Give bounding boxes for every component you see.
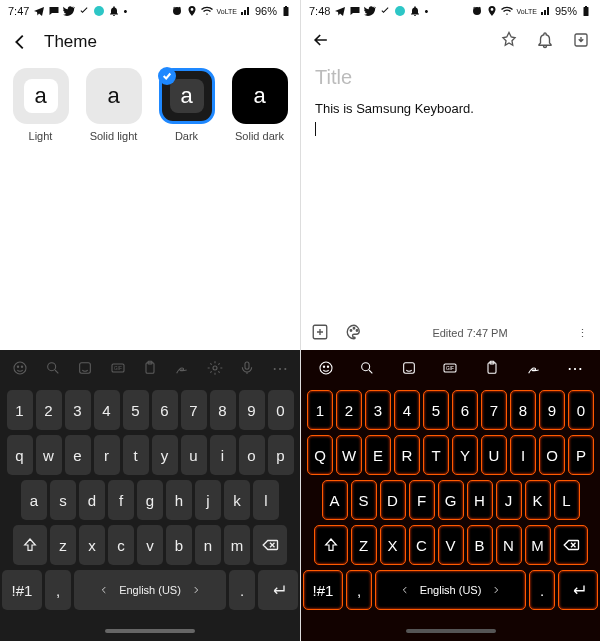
key-z[interactable]: z <box>50 525 76 565</box>
key-n[interactable]: n <box>195 525 221 565</box>
comma-key[interactable]: , <box>346 570 372 610</box>
key-9[interactable]: 9 <box>539 390 565 430</box>
key-5[interactable]: 5 <box>123 390 149 430</box>
key-r[interactable]: r <box>94 435 120 475</box>
key-a[interactable]: A <box>322 480 348 520</box>
gear-icon[interactable] <box>201 354 229 382</box>
key-h[interactable]: h <box>166 480 192 520</box>
key-v[interactable]: v <box>137 525 163 565</box>
emoji-icon[interactable] <box>312 354 340 382</box>
key-l[interactable]: L <box>554 480 580 520</box>
key-1[interactable]: 1 <box>7 390 33 430</box>
key-2[interactable]: 2 <box>36 390 62 430</box>
handwrite-icon[interactable] <box>168 354 196 382</box>
back-button[interactable] <box>311 30 331 54</box>
key-a[interactable]: a <box>21 480 47 520</box>
gif-icon[interactable]: GIF <box>436 354 464 382</box>
key-9[interactable]: 9 <box>239 390 265 430</box>
space-key[interactable]: English (US) <box>74 570 226 610</box>
key-y[interactable]: y <box>152 435 178 475</box>
clipboard-icon[interactable] <box>136 354 164 382</box>
key-n[interactable]: N <box>496 525 522 565</box>
key-m[interactable]: m <box>224 525 250 565</box>
key-p[interactable]: p <box>268 435 294 475</box>
key-t[interactable]: t <box>123 435 149 475</box>
period-key[interactable]: . <box>529 570 555 610</box>
key-1[interactable]: 1 <box>307 390 333 430</box>
theme-light[interactable]: a Light <box>8 68 73 142</box>
save-button[interactable] <box>572 31 590 53</box>
key-4[interactable]: 4 <box>94 390 120 430</box>
more-icon[interactable]: ⋯ <box>561 354 589 382</box>
key-8[interactable]: 8 <box>510 390 536 430</box>
key-j[interactable]: J <box>496 480 522 520</box>
key-8[interactable]: 8 <box>210 390 236 430</box>
enter-key[interactable] <box>558 570 598 610</box>
more-button[interactable]: ⋮ <box>577 327 590 340</box>
key-c[interactable]: c <box>108 525 134 565</box>
key-k[interactable]: K <box>525 480 551 520</box>
symnum-key[interactable]: !#1 <box>2 570 42 610</box>
key-h[interactable]: H <box>467 480 493 520</box>
key-t[interactable]: T <box>423 435 449 475</box>
reminder-button[interactable] <box>536 31 554 53</box>
mic-icon[interactable] <box>233 354 261 382</box>
key-b[interactable]: B <box>467 525 493 565</box>
shift-key[interactable] <box>314 525 348 565</box>
key-j[interactable]: j <box>195 480 221 520</box>
clipboard-icon[interactable] <box>478 354 506 382</box>
theme-solid-light[interactable]: a Solid light <box>81 68 146 142</box>
comma-key[interactable]: , <box>45 570 71 610</box>
key-e[interactable]: e <box>65 435 91 475</box>
enter-key[interactable] <box>258 570 298 610</box>
period-key[interactable]: . <box>229 570 255 610</box>
key-w[interactable]: W <box>336 435 362 475</box>
key-5[interactable]: 5 <box>423 390 449 430</box>
key-q[interactable]: q <box>7 435 33 475</box>
handwrite-icon[interactable] <box>520 354 548 382</box>
key-0[interactable]: 0 <box>268 390 294 430</box>
note-title-placeholder[interactable]: Title <box>315 66 586 89</box>
key-q[interactable]: Q <box>307 435 333 475</box>
key-k[interactable]: k <box>224 480 250 520</box>
key-f[interactable]: f <box>108 480 134 520</box>
key-u[interactable]: U <box>481 435 507 475</box>
theme-dark[interactable]: a Dark <box>154 68 219 142</box>
key-2[interactable]: 2 <box>336 390 362 430</box>
key-0[interactable]: 0 <box>568 390 594 430</box>
add-button[interactable] <box>311 323 329 343</box>
symnum-key[interactable]: !#1 <box>303 570 343 610</box>
key-i[interactable]: i <box>210 435 236 475</box>
space-key[interactable]: English (US) <box>375 570 526 610</box>
key-6[interactable]: 6 <box>152 390 178 430</box>
key-g[interactable]: g <box>137 480 163 520</box>
key-m[interactable]: M <box>525 525 551 565</box>
backspace-key[interactable] <box>253 525 287 565</box>
palette-button[interactable] <box>345 323 363 343</box>
key-7[interactable]: 7 <box>181 390 207 430</box>
key-p[interactable]: P <box>568 435 594 475</box>
key-7[interactable]: 7 <box>481 390 507 430</box>
key-b[interactable]: b <box>166 525 192 565</box>
key-x[interactable]: X <box>380 525 406 565</box>
key-c[interactable]: C <box>409 525 435 565</box>
key-o[interactable]: o <box>239 435 265 475</box>
emoji-icon[interactable] <box>6 354 34 382</box>
key-u[interactable]: u <box>181 435 207 475</box>
key-s[interactable]: S <box>351 480 377 520</box>
key-y[interactable]: Y <box>452 435 478 475</box>
key-i[interactable]: I <box>510 435 536 475</box>
pin-button[interactable] <box>500 31 518 53</box>
key-l[interactable]: l <box>253 480 279 520</box>
search-icon[interactable] <box>353 354 381 382</box>
key-f[interactable]: F <box>409 480 435 520</box>
key-d[interactable]: d <box>79 480 105 520</box>
key-d[interactable]: D <box>380 480 406 520</box>
shift-key[interactable] <box>13 525 47 565</box>
key-s[interactable]: s <box>50 480 76 520</box>
key-r[interactable]: R <box>394 435 420 475</box>
key-g[interactable]: G <box>438 480 464 520</box>
theme-solid-dark[interactable]: a Solid dark <box>227 68 292 142</box>
note-editor[interactable]: Title This is Samsung Keyboard. <box>301 62 600 316</box>
sticker-icon[interactable] <box>395 354 423 382</box>
